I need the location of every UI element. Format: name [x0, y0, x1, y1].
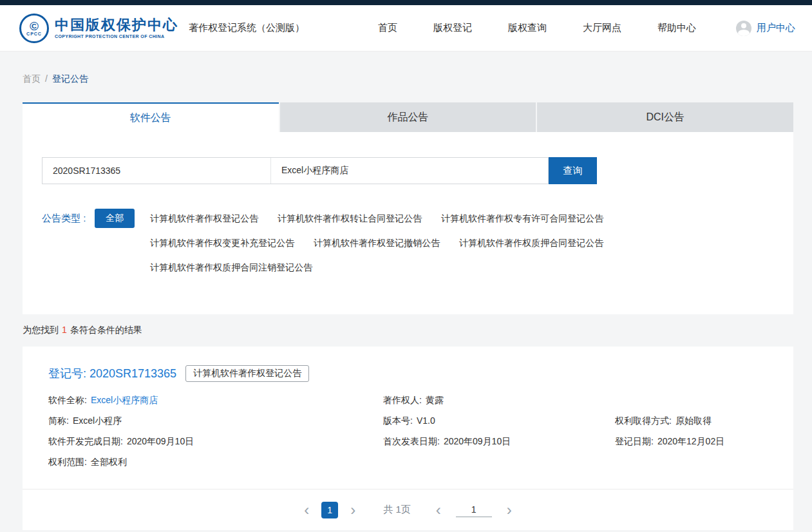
system-title: 著作权登记系统（公测版） — [189, 22, 305, 34]
top-border — [0, 0, 812, 5]
search-bar: 查询 — [42, 157, 774, 184]
search-fields — [42, 157, 549, 184]
page-number-current[interactable]: 1 — [321, 502, 338, 518]
jump-prev-icon[interactable]: ‹ — [430, 502, 447, 518]
breadcrumb-separator: / — [45, 73, 48, 84]
search-panel: 查询 公告类型 : 全部 计算机软件著作权登记公告 计算机软件著作权转让合同登记… — [23, 132, 793, 314]
filter-option[interactable]: 计算机软件著作权专有许可合同登记公告 — [441, 209, 603, 228]
breadcrumb: 首页/登记公告 — [0, 52, 812, 85]
filter-option[interactable]: 计算机软件著作权质押合同注销登记公告 — [150, 258, 312, 277]
field-software-full-name: 软件全称:Excel小程序商店 — [48, 390, 383, 410]
filter-all-button[interactable]: 全部 — [95, 209, 135, 228]
pagination-bar: ‹ 1 › 共 1页 ‹ › — [23, 489, 793, 530]
field-dev-complete-date: 软件开发完成日期:2020年09月10日 — [48, 431, 383, 451]
tab-works-announcement[interactable]: 作品公告 — [280, 102, 536, 132]
result-card: 登记号: 2020SR1713365 计算机软件著作权登记公告 软件全称:Exc… — [23, 347, 793, 489]
breadcrumb-home[interactable]: 首页 — [23, 73, 41, 84]
tab-dci-announcement[interactable]: DCI公告 — [537, 102, 793, 132]
empty-cell — [615, 390, 768, 410]
software-name-input[interactable] — [271, 158, 548, 184]
user-center-label: 用户中心 — [757, 22, 795, 34]
filter-option[interactable]: 计算机软件著作权转让合同登记公告 — [278, 209, 422, 228]
result-detail-grid: 软件全称:Excel小程序商店 著作权人:黄露 简称:Excel小程序 版本号:… — [48, 390, 768, 472]
query-button[interactable]: 查询 — [549, 157, 597, 184]
page-jump-input[interactable] — [456, 503, 492, 517]
announcement-type-filters: 公告类型 : 全部 计算机软件著作权登记公告 计算机软件著作权转让合同登记公告 … — [42, 209, 774, 277]
main-nav: 首页 版权登记 版权查询 大厅网点 帮助中心 — [378, 22, 696, 34]
cpcc-logo-icon: © CPCC — [19, 14, 49, 43]
field-rights-scope: 权利范围:全部权利 — [48, 451, 383, 472]
logo-name-en: COPYRIGHT PROTECTION CENTER OF CHINA — [55, 34, 178, 39]
page: © CPCC 中国版权保护中心 COPYRIGHT PROTECTION CEN… — [0, 0, 812, 532]
jump-next-icon[interactable]: › — [501, 502, 518, 518]
total-pages-label: 共 1页 — [383, 504, 411, 516]
nav-item-home[interactable]: 首页 — [378, 22, 397, 34]
logo[interactable]: © CPCC 中国版权保护中心 COPYRIGHT PROTECTION CEN… — [19, 14, 178, 43]
prev-page-icon[interactable]: ‹ — [298, 502, 315, 518]
filter-label: 公告类型 : — [42, 209, 86, 228]
pagination: ‹ 1 › 共 1页 ‹ › — [298, 502, 518, 518]
field-registration-date: 登记日期:2020年12月02日 — [615, 431, 768, 451]
announcement-tabs: 软件公告 作品公告 DCI公告 — [23, 102, 793, 132]
field-first-publish-date: 首次发表日期:2020年09月10日 — [383, 431, 615, 451]
filter-option[interactable]: 计算机软件著作权登记撤销公告 — [314, 233, 440, 252]
results-count: 1 — [62, 325, 67, 335]
logo-name-cn: 中国版权保护中心 — [55, 17, 178, 33]
user-avatar-icon — [736, 21, 751, 36]
field-version-number: 版本号:V1.0 — [383, 410, 615, 431]
nav-item-copyright-register[interactable]: 版权登记 — [433, 22, 472, 34]
user-center-button[interactable]: 用户中心 — [736, 21, 795, 36]
filter-options-row: 计算机软件著作权质押合同注销登记公告 — [150, 258, 603, 277]
announcement-type-badge: 计算机软件著作权登记公告 — [185, 365, 309, 382]
field-short-name: 简称:Excel小程序 — [48, 410, 383, 431]
next-page-icon[interactable]: › — [345, 502, 361, 518]
results-prefix: 为您找到 — [23, 325, 59, 335]
filter-option[interactable]: 计算机软件著作权登记公告 — [150, 209, 258, 228]
field-copyright-owner: 著作权人:黄露 — [383, 390, 615, 410]
nav-item-help-center[interactable]: 帮助中心 — [657, 22, 696, 34]
filter-options: 计算机软件著作权登记公告 计算机软件著作权转让合同登记公告 计算机软件著作权专有… — [150, 209, 603, 277]
registration-number-link[interactable]: 登记号: 2020SR1713365 — [48, 366, 176, 381]
header: © CPCC 中国版权保护中心 COPYRIGHT PROTECTION CEN… — [0, 5, 812, 52]
result-card-header: 登记号: 2020SR1713365 计算机软件著作权登记公告 — [48, 365, 768, 382]
empty-cell — [383, 451, 615, 472]
nav-item-hall-locations[interactable]: 大厅网点 — [583, 22, 621, 34]
logo-text: 中国版权保护中心 COPYRIGHT PROTECTION CENTER OF … — [55, 17, 178, 39]
empty-cell — [615, 451, 768, 472]
filter-option[interactable]: 计算机软件著作权质押合同登记公告 — [459, 233, 603, 252]
nav-item-copyright-search[interactable]: 版权查询 — [508, 22, 547, 34]
breadcrumb-current: 登记公告 — [52, 73, 88, 84]
filter-option[interactable]: 计算机软件著作权变更补充登记公告 — [150, 233, 294, 252]
tab-software-announcement[interactable]: 软件公告 — [23, 102, 279, 132]
results-suffix: 条符合条件的结果 — [70, 325, 142, 335]
software-name-link[interactable]: Excel小程序商店 — [91, 395, 158, 405]
filter-options-row: 计算机软件著作权登记公告 计算机软件著作权转让合同登记公告 计算机软件著作权专有… — [150, 209, 603, 228]
filter-options-row: 计算机软件著作权变更补充登记公告 计算机软件著作权登记撤销公告 计算机软件著作权… — [150, 233, 603, 252]
field-rights-acquisition-method: 权利取得方式:原始取得 — [615, 410, 768, 431]
results-summary: 为您找到1条符合条件的结果 — [23, 325, 812, 336]
registration-number-input[interactable] — [42, 158, 271, 184]
